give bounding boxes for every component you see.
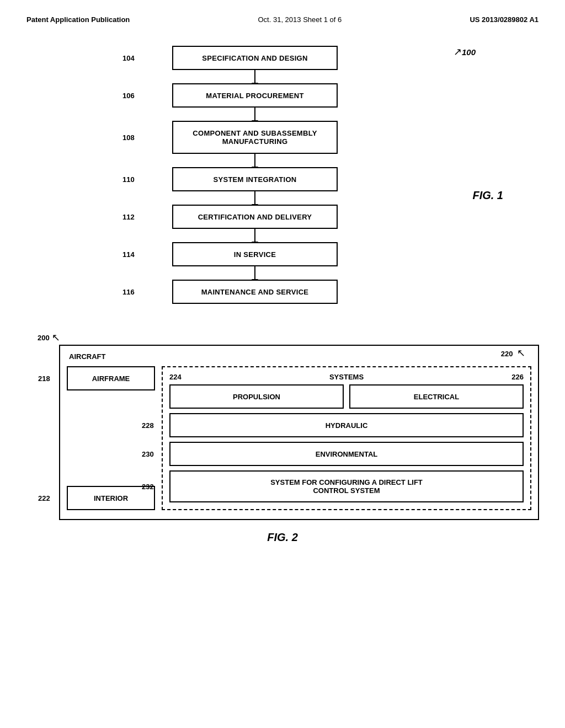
box-114: IN SERVICE [172,242,338,266]
header-date: Oct. 31, 2013 Sheet 1 of 6 [258,15,342,24]
left-spacer [67,402,155,475]
environmental-row: 230 ENVIRONMENTAL [169,442,524,466]
label-232: 232 [142,483,154,491]
fig1-flow: ↗100 104 SPECIFICATION AND DESIGN 106 MA… [122,46,443,304]
label-228: 228 [142,421,154,430]
propulsion-electrical-row: PROPULSION ELECTRICAL [169,384,524,409]
fig1-ref-100: ↗100 [454,46,476,58]
electrical-box: ELECTRICAL [349,384,524,409]
label-224: 224 [169,373,182,381]
label-222: 222 [38,494,50,502]
systems-box: 224 SYSTEMS 226 PROPULSION ELECTRICAL 22… [162,366,531,510]
fig2-container: 200 ↗ AIRCRAFT 218 AIRFRAME 222 INTERIOR [0,331,565,544]
label-230: 230 [142,450,154,458]
fig1-caption: FIG. 1 [472,189,503,202]
box-112: CERTIFICATION AND DELIVERY [172,205,338,229]
label-114: 114 [122,250,135,259]
hydraulic-row: 228 HYDRAULIC [169,413,524,437]
fig1-step-108: 108 COMPONENT AND SUBASSEMBLY MANUFACTUR… [122,121,443,154]
box-108: COMPONENT AND SUBASSEMBLY MANUFACTURING [172,121,338,154]
propulsion-box: PROPULSION [169,384,344,409]
header-patent: US 2013/0289802 A1 [470,15,539,24]
fig2-ref-220: 220 ↖ [501,347,525,359]
arrow-3 [254,154,255,167]
arrow-6 [254,266,255,280]
fig2-caption: FIG. 2 [267,531,298,544]
direct-lift-box: SYSTEM FOR CONFIGURING A DIRECT LIFT CON… [169,470,524,502]
aircraft-title: AIRCRAFT [69,352,531,361]
box-110: SYSTEM INTEGRATION [172,167,338,191]
arrow-4 [254,191,255,205]
direct-lift-row: 232 SYSTEM FOR CONFIGURING A DIRECT LIFT… [169,470,524,502]
aircraft-box: AIRCRAFT 218 AIRFRAME 222 INTERIOR [59,345,539,520]
label-116: 116 [122,288,135,296]
arrow-1 [254,70,255,83]
fig1-step-116: 116 MAINTENANCE AND SERVICE [122,280,443,304]
arrow-2 [254,108,255,121]
systems-title: SYSTEMS [329,373,364,381]
aircraft-content: 218 AIRFRAME 222 INTERIOR 224 SYSTEMS 22… [67,366,531,510]
page-header: Patent Application Publication Oct. 31, … [0,0,565,24]
environmental-box: ENVIRONMENTAL [169,442,524,466]
box-104: SPECIFICATION AND DESIGN [172,46,338,70]
fig1-step-104: 104 SPECIFICATION AND DESIGN [122,46,443,70]
hydraulic-box: HYDRAULIC [169,413,524,437]
fig1-container: ↗100 104 SPECIFICATION AND DESIGN 106 MA… [0,46,565,304]
label-110: 110 [122,175,135,184]
label-226: 226 [511,373,524,381]
label-108: 108 [122,133,135,142]
fig1-step-110: 110 SYSTEM INTEGRATION [122,167,443,191]
systems-header-row: 224 SYSTEMS 226 [169,373,524,381]
fig2-ref-200: 200 ↗ [38,331,60,344]
label-104: 104 [122,54,135,62]
fig1-step-112: 112 CERTIFICATION AND DELIVERY [122,205,443,229]
header-title: Patent Application Publication [26,15,130,24]
box-116: MAINTENANCE AND SERVICE [172,280,338,304]
airframe-box: AIRFRAME [67,366,155,390]
airframe-row: 218 AIRFRAME [67,366,155,390]
box-106: MATERIAL PROCUREMENT [172,83,338,108]
fig1-step-106: 106 MATERIAL PROCUREMENT [122,83,443,108]
fig1-step-114: 114 IN SERVICE [122,242,443,266]
label-106: 106 [122,92,135,100]
label-218: 218 [38,374,50,383]
arrow-5 [254,229,255,242]
label-112: 112 [122,213,135,221]
